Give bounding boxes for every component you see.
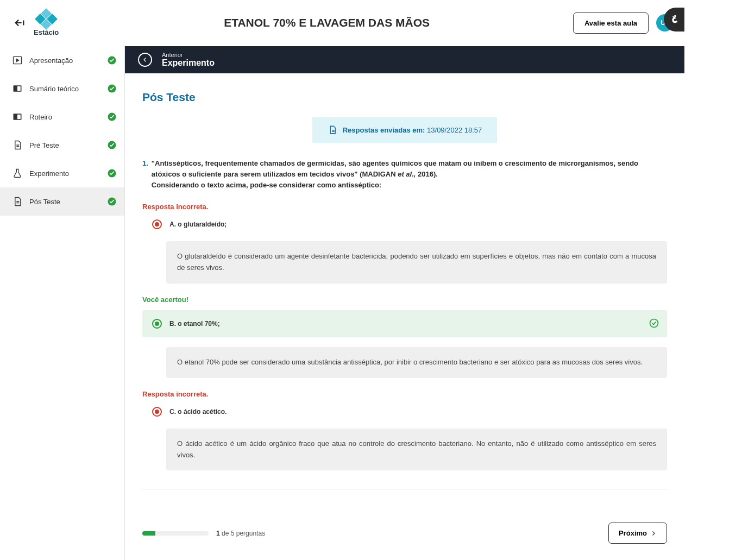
- check-icon: [107, 84, 117, 93]
- chevron-right-icon: [650, 530, 657, 537]
- sidebar-item-sumario[interactable]: Sumário teórico: [0, 74, 124, 103]
- question-number: 1.: [142, 158, 148, 191]
- previous-section-title: Experimento: [162, 58, 215, 68]
- submission-notice: Respostas enviadas em: 13/09/2022 18:57: [312, 117, 498, 143]
- rate-lesson-button[interactable]: Avalie esta aula: [573, 12, 649, 34]
- option-a-explanation: O glutaraldeído é considerado um agente …: [166, 241, 667, 284]
- sidebar-item-label: Pós Teste: [29, 198, 60, 206]
- book-icon: [12, 83, 23, 94]
- question-line2: Considerando o texto acima, pode-se cons…: [152, 181, 381, 189]
- feedback-wrong: Resposta incorreta.: [142, 390, 667, 398]
- progress-bar: [142, 531, 209, 536]
- top-bar: Estácio ETANOL 70% E LAVAGEM DAS MÃOS Av…: [0, 0, 684, 46]
- brand: Estácio: [34, 10, 59, 36]
- next-button[interactable]: Próximo: [608, 523, 667, 544]
- option-b[interactable]: B. o etanol 70%;: [142, 310, 667, 337]
- svg-point-12: [650, 319, 658, 328]
- divider: [142, 489, 667, 489]
- sidebar: Apresentação Sumário teórico Roteiro: [0, 46, 125, 560]
- document-icon: [12, 140, 23, 150]
- radio-selected-icon: [152, 407, 162, 417]
- next-label: Próximo: [619, 529, 647, 537]
- question-line1b: 2016).: [416, 170, 437, 178]
- sidebar-item-roteiro[interactable]: Roteiro: [0, 103, 124, 131]
- main-content: Anterior Experimento Pós Teste Respostas…: [125, 46, 684, 560]
- sidebar-item-label: Experimento: [29, 169, 69, 178]
- svg-rect-4: [17, 86, 21, 91]
- progress-text: 1 de 5 perguntas: [216, 530, 265, 537]
- check-icon: [107, 197, 117, 206]
- previous-section-bar[interactable]: Anterior Experimento: [125, 46, 684, 73]
- top-actions: Avalie esta aula U2: [573, 12, 674, 34]
- option-label: B. o etanol 70%;: [169, 320, 220, 328]
- play-box-icon: [12, 55, 23, 66]
- option-b-explanation: O etanol 70% pode ser considerado uma su…: [166, 347, 667, 378]
- radio-correct-icon: [152, 319, 162, 329]
- option-c[interactable]: C. o ácido acético.: [142, 405, 667, 419]
- previous-label: Anterior: [162, 52, 215, 58]
- document-icon: [12, 196, 23, 207]
- option-label: C. o ácido acético.: [169, 408, 227, 416]
- option-c-explanation: O ácido acético é um ácido orgânico frac…: [166, 429, 667, 471]
- flask-icon: [12, 168, 23, 179]
- menu-collapse-icon[interactable]: [10, 13, 29, 33]
- sidebar-item-label: Apresentação: [29, 56, 73, 65]
- book-icon: [12, 111, 23, 122]
- sidebar-item-label: Pré Teste: [29, 141, 59, 149]
- option-a[interactable]: A. o glutaraldeído;: [142, 217, 667, 231]
- sidebar-item-pre-teste[interactable]: Pré Teste: [0, 131, 124, 159]
- question-line1: "Antissépticos, frequentemente chamados …: [152, 159, 638, 178]
- question-italic: et al.,: [398, 170, 416, 178]
- sidebar-item-pos-teste[interactable]: Pós Teste: [0, 187, 124, 216]
- feedback-right: Você acertou!: [142, 295, 667, 304]
- question-1: 1. "Antissépticos, frequentemente chamad…: [142, 158, 667, 191]
- check-icon: [107, 112, 117, 122]
- check-icon: [107, 55, 117, 65]
- notice-datetime: 13/09/2022 18:57: [427, 126, 482, 134]
- accessibility-icon: [668, 14, 680, 26]
- page-title: Pós Teste: [142, 91, 667, 104]
- sidebar-item-label: Roteiro: [29, 113, 52, 121]
- progress: 1 de 5 perguntas: [142, 530, 265, 537]
- lesson-title: ETANOL 70% E LAVAGEM DAS MÃOS: [80, 16, 573, 29]
- check-circle-icon: [649, 318, 659, 330]
- document-icon: [328, 124, 337, 135]
- radio-selected-icon: [152, 219, 162, 229]
- sidebar-item-label: Sumário teórico: [29, 85, 79, 93]
- sidebar-item-apresentacao[interactable]: Apresentação: [0, 46, 124, 74]
- accessibility-button[interactable]: [664, 8, 684, 32]
- option-label: A. o glutaraldeído;: [169, 221, 227, 228]
- footer: 1 de 5 perguntas Próximo: [142, 523, 667, 544]
- check-icon: [107, 168, 117, 178]
- feedback-wrong: Resposta incorreta.: [142, 203, 667, 211]
- notice-prefix: Respostas enviadas em:: [343, 126, 425, 134]
- svg-rect-7: [17, 115, 21, 119]
- chevron-left-icon: [138, 53, 152, 67]
- check-icon: [107, 140, 117, 150]
- brand-logo-icon: [36, 10, 56, 26]
- sidebar-item-experimento[interactable]: Experimento: [0, 159, 124, 187]
